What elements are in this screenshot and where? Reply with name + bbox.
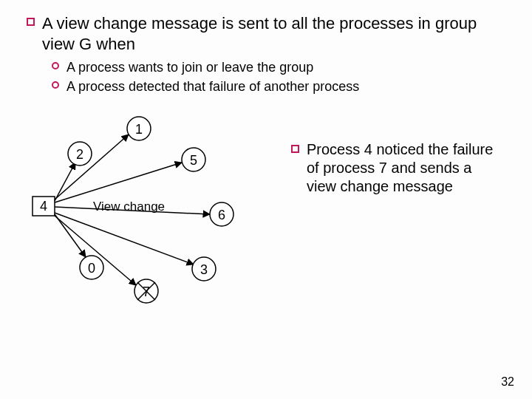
node-1-label: 1 xyxy=(135,122,143,137)
circle-bullet-icon xyxy=(52,81,59,89)
caption-text: Process 4 noticed the failure of process… xyxy=(307,140,505,196)
main-bullet-row: A view change message is sent to all the… xyxy=(27,13,505,54)
main-bullet-text: A view change message is sent to all the… xyxy=(42,13,505,54)
arrow-to-3 xyxy=(55,213,194,265)
sub-bullet-text: A process detected that failure of anoth… xyxy=(66,78,359,95)
node-5-label: 5 xyxy=(190,153,197,168)
sub-bullet-row: A process wants to join or leave the gro… xyxy=(52,58,505,76)
node-3-label: 3 xyxy=(200,262,208,277)
diagram-label: View change xyxy=(93,200,165,214)
node-6: 6 xyxy=(210,202,233,226)
node-2-label: 2 xyxy=(76,147,83,162)
caption-block: Process 4 noticed the failure of process… xyxy=(278,111,505,310)
sub-bullet-row: A process detected that failure of anoth… xyxy=(52,78,505,95)
node-6-label: 6 xyxy=(218,208,225,222)
sub-bullet-text: A process wants to join or leave the gro… xyxy=(66,58,313,76)
node-2: 2 xyxy=(68,142,92,166)
page-number: 32 xyxy=(501,375,514,389)
node-1: 1 xyxy=(127,117,151,140)
node-4-label: 4 xyxy=(40,199,47,214)
arrow-to-0 xyxy=(55,214,86,257)
node-7-failed: 7 xyxy=(134,279,158,303)
view-change-diagram: 4 1 2 5 6 3 xyxy=(27,111,278,310)
node-3: 3 xyxy=(192,257,216,281)
sub-bullet-list: A process wants to join or leave the gro… xyxy=(52,58,505,96)
node-0: 0 xyxy=(80,256,103,279)
square-bullet-icon xyxy=(291,145,299,153)
circle-bullet-icon xyxy=(52,62,59,69)
arrow-to-2 xyxy=(55,163,75,201)
arrow-to-1 xyxy=(55,134,129,200)
node-5: 5 xyxy=(182,148,205,171)
node-0-label: 0 xyxy=(88,261,95,276)
square-bullet-icon xyxy=(27,18,35,26)
